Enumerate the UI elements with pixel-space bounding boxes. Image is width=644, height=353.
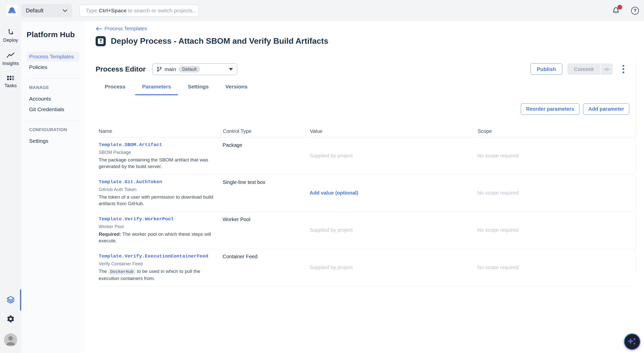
scope-text: No scope required (477, 227, 519, 233)
rail-item-tasks[interactable]: Tasks (0, 75, 21, 88)
value-text: Supplied by project (310, 265, 353, 270)
avatar-photo (4, 333, 17, 346)
name-cell: Template.Verify.WorkerPoolWorker PoolReq… (99, 216, 221, 244)
value-text: Supplied by project (310, 227, 353, 233)
rail-item-settings[interactable] (0, 315, 21, 323)
parameter-label: SBOM Package (99, 150, 221, 155)
add-parameter-button[interactable]: Add parameter (583, 103, 629, 115)
scope-cell: No scope required (473, 216, 635, 244)
content-edge-divider (635, 59, 636, 272)
space-switcher-label: Default (26, 7, 44, 14)
parameter-description: The DockerHub to be used in which to pul… (99, 268, 217, 282)
add-value-link[interactable]: Add value (optional) (310, 190, 358, 196)
name-cell: Template.Verify.ExecutionContainerFeedVe… (99, 253, 221, 282)
control-type: Single-line text box (221, 179, 306, 207)
back-arrow-icon (96, 27, 102, 31)
publish-button[interactable]: Publish (530, 63, 562, 75)
tab-parameters[interactable]: Parameters (142, 84, 171, 95)
scope-text: No scope required (477, 190, 519, 196)
scope-text: No scope required (477, 265, 519, 270)
parameters-table: Name Control Type Value Scope Template.S… (99, 127, 635, 287)
sidebar-item-settings[interactable]: Settings (27, 136, 79, 146)
column-header-value: Value (306, 127, 473, 137)
table-row: Template.Git.AuthTokenGitHub Auth TokenT… (99, 175, 635, 212)
param-table-body: Template.SBOM.ArtifactSBOM PackageThe pa… (99, 137, 635, 287)
global-search-input[interactable]: Type Ctrl+Space to search or switch proj… (79, 5, 199, 17)
parameter-name-link[interactable]: Template.SBOM.Artifact (99, 142, 162, 148)
chevron-down-icon (63, 9, 67, 12)
sidebar-title: Platform Hub (27, 30, 79, 39)
parameter-description: The package containing the SBOM artifact… (99, 157, 217, 170)
rail-label: Insights (2, 61, 19, 66)
scope-text: No scope required (477, 153, 519, 159)
table-row: Template.SBOM.ArtifactSBOM PackageThe pa… (99, 137, 635, 175)
ai-assistant-button[interactable] (624, 333, 640, 350)
sidebar-divider (27, 78, 79, 79)
tasks-icon (7, 75, 15, 81)
value-cell: Supplied by project (306, 253, 473, 282)
value-cell: Supplied by project (306, 142, 473, 170)
parameter-label: Verify Container Feed (99, 261, 221, 266)
tab-settings[interactable]: Settings (188, 84, 209, 95)
octopus-icon (8, 6, 16, 15)
control-type: Worker Pool (221, 216, 306, 244)
branch-name: main (165, 66, 176, 72)
parameter-name-link[interactable]: Template.Verify.ExecutionContainerFeed (99, 253, 208, 259)
parameter-name-link[interactable]: Template.Git.AuthToken (99, 179, 162, 185)
parameter-description: Required: The worker pool on which these… (99, 231, 217, 244)
column-header-scope: Scope (473, 127, 635, 137)
breadcrumb-label: Process Templates (104, 26, 147, 32)
fragile-glass-icon (99, 39, 102, 43)
search-placeholder: Type Ctrl+Space to search or switch proj… (86, 8, 197, 14)
commit-button[interactable]: Commit (567, 63, 600, 75)
parameter-label: Worker Pool (99, 224, 221, 229)
gear-icon (6, 315, 15, 323)
git-commit-icon (604, 67, 610, 72)
code-chip: DockerHub (108, 269, 136, 275)
sidebar-item-process-templates[interactable]: Process Templates (27, 52, 79, 62)
nav-rail: Deploy Insights Tasks (0, 21, 21, 353)
scope-cell: No scope required (473, 253, 635, 282)
process-editor-heading: Process Editor (96, 65, 146, 73)
table-row: Template.Verify.ExecutionContainerFeedVe… (99, 249, 635, 287)
user-avatar[interactable] (4, 333, 17, 346)
sidebar-item-git-credentials[interactable]: Git Credentials (27, 104, 79, 114)
process-template-icon (96, 36, 106, 46)
parameter-description: The token of a user with permission to d… (99, 194, 217, 207)
git-branch-icon (157, 66, 162, 72)
name-cell: Template.SBOM.ArtifactSBOM PackageThe pa… (99, 142, 221, 170)
breadcrumb[interactable]: Process Templates (96, 26, 147, 32)
notifications-button[interactable] (612, 7, 620, 15)
sidebar-section-manage: MANAGE (27, 85, 79, 90)
rail-active-indicator (20, 289, 21, 311)
reorder-parameters-button[interactable]: Reorder parameters (521, 103, 579, 115)
rail-label: Deploy (3, 37, 18, 43)
value-text: Supplied by project (310, 153, 353, 159)
rail-item-deploy[interactable]: Deploy (0, 28, 21, 43)
column-header-control-type: Control Type (221, 127, 306, 137)
branch-selector[interactable]: main Default (152, 63, 237, 75)
sidebar-item-accounts[interactable]: Accounts (27, 94, 79, 104)
insights-icon (6, 52, 15, 59)
rail-item-insights[interactable]: Insights (0, 52, 21, 66)
control-type: Container Feed (221, 253, 306, 282)
tab-process[interactable]: Process (105, 84, 125, 95)
tab-versions[interactable]: Versions (225, 84, 248, 95)
space-switcher[interactable]: Default (21, 4, 72, 17)
help-button[interactable]: ? (631, 7, 639, 15)
branch-default-badge: Default (179, 66, 200, 73)
top-bar: Default Type Ctrl+Space to search or swi… (0, 0, 644, 21)
commit-options-button[interactable] (601, 63, 613, 75)
octopus-logo[interactable] (6, 5, 18, 16)
main-content: Process Templates Deploy Process - Attac… (84, 21, 644, 353)
sidebar-item-policies[interactable]: Policies (27, 62, 79, 72)
column-header-name: Name (99, 127, 221, 137)
name-cell: Template.Git.AuthTokenGitHub Auth TokenT… (99, 179, 221, 207)
rail-item-platform-hub[interactable] (0, 295, 21, 304)
overflow-menu-button[interactable] (621, 63, 626, 75)
notification-badge (617, 5, 622, 10)
editor-tabs: Process Parameters Settings Versions (105, 84, 635, 95)
deploy-icon (7, 28, 15, 36)
parameter-name-link[interactable]: Template.Verify.WorkerPool (99, 216, 174, 222)
caret-down-icon (229, 68, 233, 70)
